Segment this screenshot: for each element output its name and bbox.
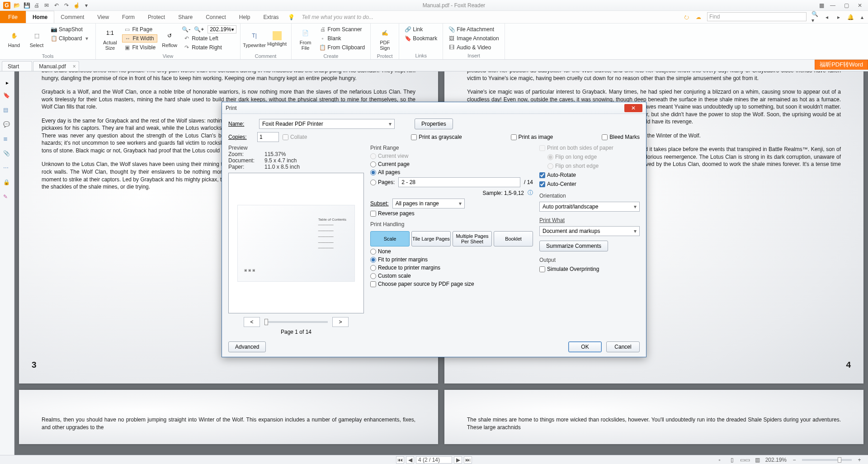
zoom-slider[interactable] xyxy=(802,459,852,461)
blank-button[interactable]: ▫Blank xyxy=(318,34,367,43)
view-single-icon[interactable]: ▫ xyxy=(716,456,723,464)
layers-panel-icon[interactable]: ≣ xyxy=(3,136,11,144)
tab-home[interactable]: Home xyxy=(26,11,54,23)
bookmarks-panel-icon[interactable]: 🔖 xyxy=(3,92,11,100)
security-panel-icon[interactable]: 🔒 xyxy=(3,179,11,187)
next-page-button[interactable]: ▶ xyxy=(454,456,462,464)
find-input[interactable]: Find xyxy=(707,12,807,21)
advanced-button[interactable]: Advanced xyxy=(228,341,266,352)
tab-form[interactable]: Form xyxy=(116,11,142,23)
highlight-button[interactable]: Highlight xyxy=(267,25,288,52)
signatures-panel-icon[interactable]: ✎ xyxy=(3,194,11,202)
view-continuous-facing-icon[interactable]: ▥ xyxy=(754,456,761,464)
tile-tab[interactable]: Tile Large Pages xyxy=(411,231,451,246)
zoom-out-status-icon[interactable]: − xyxy=(791,456,798,464)
tell-me-input[interactable]: Tell me what you want to do... xyxy=(297,11,378,23)
minimize-button[interactable]: — xyxy=(826,1,839,10)
scale-reduce-radio[interactable]: Reduce to printer margins xyxy=(370,265,533,271)
zoom-in-status-icon[interactable]: + xyxy=(856,456,863,464)
scale-none-radio[interactable]: None xyxy=(370,248,533,255)
preview-next-button[interactable]: > xyxy=(332,317,349,327)
dialog-close-button[interactable]: ✕ xyxy=(624,104,642,112)
notify-icon[interactable]: 🔔 xyxy=(847,14,854,21)
simulate-overprinting-checkbox[interactable]: Simulate Overprinting xyxy=(539,266,640,272)
zoom-combo[interactable]: 202.19% ▾ xyxy=(208,25,236,33)
print-icon[interactable]: 🖨 xyxy=(33,2,40,9)
properties-button[interactable]: Properties xyxy=(415,118,453,129)
pdf-to-word-badge[interactable]: 福昕PDF转Word xyxy=(815,60,868,70)
pages-radio[interactable]: Pages: xyxy=(370,179,395,185)
current-page-radio[interactable]: Current page xyxy=(370,161,533,167)
tab-protect[interactable]: Protect xyxy=(142,11,172,23)
close-window-button[interactable]: ✕ xyxy=(854,1,866,10)
cloud-icon[interactable]: ☁ xyxy=(695,14,702,21)
actual-size-button[interactable]: 1:1Actual Size xyxy=(99,25,120,52)
tab-view[interactable]: View xyxy=(91,11,116,23)
tab-file[interactable]: File xyxy=(0,11,26,23)
subset-select[interactable]: All pages in range▾ xyxy=(392,199,465,208)
touch-icon[interactable]: ☝ xyxy=(73,2,80,9)
zoom-out-icon[interactable]: 🔍- xyxy=(182,26,190,33)
fit-width-button[interactable]: ↔Fit Width xyxy=(122,34,157,43)
view-continuous-icon[interactable]: ▯ xyxy=(729,456,736,464)
ok-button[interactable]: OK xyxy=(568,341,602,352)
unknown-panel-icon[interactable]: ⋯ xyxy=(3,165,11,173)
reverse-pages-checkbox[interactable]: Reverse pages xyxy=(370,210,533,217)
search-options-icon[interactable]: 🔍▾ xyxy=(811,14,819,21)
tab-comment[interactable]: Comment xyxy=(54,11,91,23)
collapse-ribbon-icon[interactable]: ▴ xyxy=(859,14,866,21)
typewriter-button[interactable]: T|Typewriter xyxy=(244,25,265,52)
tab-extras[interactable]: Extras xyxy=(257,11,286,23)
print-what-select[interactable]: Document and markups▾ xyxy=(539,226,640,236)
tab-share[interactable]: Share xyxy=(172,11,199,23)
print-as-image-checkbox[interactable]: Print as image xyxy=(511,134,553,140)
fit-page-button[interactable]: ▭Fit Page xyxy=(122,25,157,33)
tab-connect[interactable]: Connect xyxy=(199,11,233,23)
save-icon[interactable]: 💾 xyxy=(23,2,30,9)
summarize-comments-button[interactable]: Summarize Comments xyxy=(539,241,608,251)
prev-find-icon[interactable]: ◂ xyxy=(823,14,830,21)
sidebar-expand-icon[interactable]: ▸ xyxy=(6,80,9,86)
scale-custom-radio[interactable]: Custom scale xyxy=(370,273,533,279)
qat-dropdown-icon[interactable]: ▾ xyxy=(83,2,90,9)
orientation-select[interactable]: Auto portrait/landscape▾ xyxy=(539,202,640,212)
auto-rotate-checkbox[interactable]: Auto-Rotate xyxy=(539,172,640,178)
from-scanner-button[interactable]: 🖨From Scanner xyxy=(318,25,367,33)
page-number-input[interactable]: 4 (2 / 14) xyxy=(416,456,452,464)
doctab-start[interactable]: Start xyxy=(2,61,32,71)
next-find-icon[interactable]: ▸ xyxy=(835,14,842,21)
doctab-manual[interactable]: Manual.pdf× xyxy=(33,61,79,71)
last-page-button[interactable]: ⏭ xyxy=(464,456,472,464)
printer-select[interactable]: Foxit Reader PDF Printer▾ xyxy=(259,119,395,129)
maximize-button[interactable]: ▢ xyxy=(840,1,853,10)
first-page-button[interactable]: ⏮ xyxy=(396,456,404,464)
hand-tool[interactable]: ✋Hand xyxy=(4,25,24,52)
sync-icon[interactable]: ⭮ xyxy=(683,14,690,21)
bleed-marks-checkbox[interactable]: Bleed Marks xyxy=(602,134,640,140)
booklet-tab[interactable]: Booklet xyxy=(494,231,533,246)
reflow-button[interactable]: ↺Reflow xyxy=(159,25,180,52)
all-pages-radio[interactable]: All pages xyxy=(370,169,533,175)
undo-icon[interactable]: ↶ xyxy=(53,2,60,9)
zoom-in-icon[interactable]: 🔍+ xyxy=(194,26,204,33)
email-icon[interactable]: ✉ xyxy=(43,2,50,9)
image-annotation-button[interactable]: 🖼Image Annotation xyxy=(447,34,500,43)
redo-icon[interactable]: ↷ xyxy=(63,2,70,9)
ribbon-layout-icon[interactable]: ▦ xyxy=(818,2,825,9)
audio-video-button[interactable]: 🎞Audio & Video xyxy=(447,43,500,52)
open-icon[interactable]: 📂 xyxy=(13,2,20,9)
print-grayscale-checkbox[interactable]: Print as grayscale xyxy=(411,134,462,140)
choose-paper-source-checkbox[interactable]: Choose paper source by PDF page size xyxy=(370,281,533,287)
rotate-left-button[interactable]: ↶Rotate Left xyxy=(182,34,236,43)
info-icon[interactable]: ⓘ xyxy=(528,189,533,197)
link-button[interactable]: 🔗Link xyxy=(403,25,439,33)
scale-tab[interactable]: Scale xyxy=(370,231,410,246)
comments-panel-icon[interactable]: 💬 xyxy=(3,121,11,129)
view-facing-icon[interactable]: ▭▭ xyxy=(741,456,749,464)
attachments-panel-icon[interactable]: 📎 xyxy=(3,150,11,158)
fit-visible-button[interactable]: ▣Fit Visible xyxy=(122,43,157,52)
rotate-right-button[interactable]: ↷Rotate Right xyxy=(182,43,236,52)
pages-panel-icon[interactable]: ▤ xyxy=(3,107,11,115)
dialog-titlebar[interactable]: Print ✕ xyxy=(222,102,646,114)
auto-center-checkbox[interactable]: Auto-Center xyxy=(539,181,640,187)
